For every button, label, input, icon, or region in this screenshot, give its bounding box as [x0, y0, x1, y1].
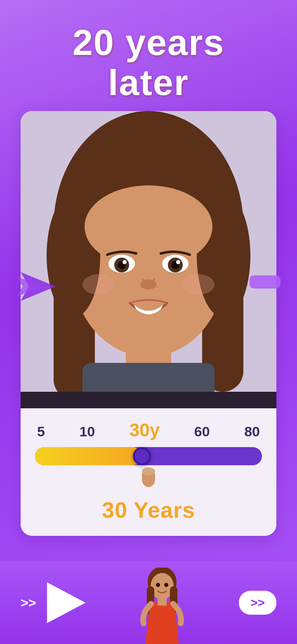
- svg-point-20: [176, 260, 180, 264]
- age-labels: 5 10 30y 60 80: [33, 420, 264, 440]
- svg-point-28: [142, 467, 155, 476]
- next-chevron-icon: >>: [250, 596, 265, 610]
- svg-rect-25: [21, 392, 276, 408]
- slider-result: 30 Years: [33, 497, 264, 523]
- main-card: 5 10 30y 60 80 30 Years: [21, 111, 276, 536]
- photo-display: [21, 111, 276, 408]
- right-arrow-decoration: [250, 272, 280, 294]
- finger-hint: [33, 467, 264, 488]
- slider-section: 5 10 30y 60 80 30 Years: [21, 408, 276, 536]
- play-button[interactable]: [40, 580, 85, 625]
- svg-point-34: [164, 583, 168, 587]
- svg-point-22: [82, 274, 116, 295]
- svg-point-33: [156, 583, 160, 587]
- slider-fill: [35, 447, 142, 465]
- svg-point-16: [123, 260, 127, 264]
- bottom-right-controls: >>: [239, 591, 276, 615]
- age-label-30: 30y: [130, 420, 160, 440]
- left-arrow-decoration: [16, 272, 56, 301]
- bottom-left-controls: >>: [21, 580, 85, 625]
- svg-point-23: [182, 274, 214, 295]
- svg-rect-2: [250, 275, 280, 289]
- slider-thumb[interactable]: [133, 447, 151, 465]
- skip-back-label[interactable]: >>: [21, 595, 36, 611]
- svg-point-12: [85, 185, 212, 268]
- bottom-bar: >> >>: [0, 561, 297, 644]
- age-label-5: 5: [37, 424, 45, 440]
- svg-rect-35: [158, 598, 167, 606]
- character-section: [135, 568, 189, 644]
- age-slider[interactable]: [35, 447, 262, 465]
- age-label-60: 60: [194, 424, 210, 440]
- age-label-80: 80: [244, 424, 260, 440]
- main-title: 20 years later: [0, 23, 297, 103]
- title-section: 20 years later: [0, 0, 297, 111]
- age-label-10: 10: [79, 424, 95, 440]
- next-button[interactable]: >>: [239, 591, 276, 615]
